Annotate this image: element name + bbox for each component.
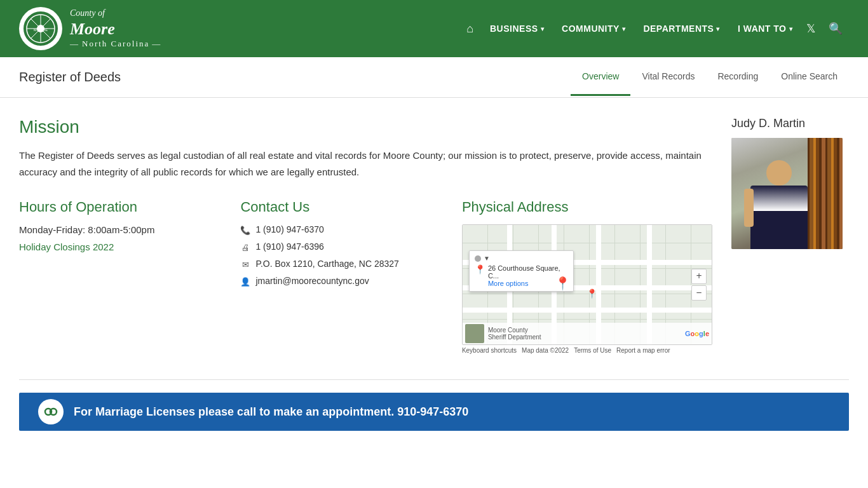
chevron-down-icon: ▾ [622,25,626,32]
state-label: North Carolina [70,39,161,49]
map-pin-icon: 📍 [475,264,485,274]
chevron-down-icon: ▾ [541,25,545,32]
svg-text:MOORE: MOORE [34,28,48,32]
twitter-icon[interactable]: 𝕏 [803,17,820,41]
logo-area: MOORE County of Moore North Carolina [19,7,161,50]
address-heading: Physical Address [462,199,712,215]
map-circle-icon [475,255,481,262]
map-thumbnail [465,324,484,343]
terms-of-use-link[interactable]: Terms of Use [574,347,611,354]
map-attribution: Moore CountySheriff Department [488,327,541,341]
contact-fax: 🖨 1 (910) 947-6396 [240,241,449,252]
section-divider [19,379,849,380]
chevron-down-icon: ▾ [789,25,793,32]
phone-icon: 📞 [240,226,250,235]
map-zoom-in-button[interactable]: + [691,269,707,284]
map-footer: Moore CountySheriff Department Google [463,323,712,344]
map-address-row: 📍 26 Courthouse Square, C... More option… [475,264,568,287]
content-right: Judy D. Martin [731,117,849,354]
hours-heading: Hours of Operation [19,199,227,215]
content-left: Mission The Register of Deeds serves as … [19,117,712,354]
left-arm [744,189,754,227]
address-section: Physical Address [462,199,712,354]
contact-heading: Contact Us [240,199,449,215]
map-marker-icon: 📍 [587,288,597,299]
chevron-down-icon: ▾ [716,25,720,32]
map-data-label: Map data ©2022 [522,347,569,354]
nav-business[interactable]: BUSINESS ▾ [482,18,552,39]
county-of-label: County of [70,8,161,19]
person-icon: 👤 [240,277,250,287]
map-footer-links: Keyboard shortcuts Map data ©2022 Terms … [462,347,712,354]
map-search-bar: ▼ [475,255,568,262]
marriage-license-banner: For Marriage Licenses please call to mak… [19,393,849,431]
sub-nav: Overview Vital Records Recording Online … [571,58,849,96]
report-map-error-link[interactable]: Report a map error [616,347,670,354]
map-zoom-out-button[interactable]: − [691,285,707,301]
county-name-label: Moore [70,19,161,39]
banner-icon [38,399,64,424]
person-photo [731,138,843,249]
tab-overview[interactable]: Overview [571,58,630,96]
holiday-closings-link[interactable]: Holiday Closings 2022 [19,241,114,252]
hours-section: Hours of Operation Monday-Friday: 8:00am… [19,199,227,354]
envelope-icon: ✉ [240,260,250,269]
body [750,186,808,249]
home-icon[interactable]: ⌂ [460,17,480,41]
contact-section: Contact Us 📞 1 (910) 947-6370 🖨 1 (910) … [240,199,449,354]
site-header: MOORE County of Moore North Carolina ⌂ B… [0,0,868,57]
tab-online-search[interactable]: Online Search [770,58,849,96]
contact-phone: 📞 1 (910) 947-6370 [240,224,449,235]
map-sheriff-label: Moore CountySheriff Department [488,327,541,341]
map-zoom-controls: + − [691,269,707,301]
contact-address: ✉ P.O. Box 1210, Carthage, NC 28327 [240,259,449,269]
tab-vital-records[interactable]: Vital Records [630,58,706,96]
map-container[interactable]: ▼ 📍 26 Courthouse Square, C... More opti… [462,224,712,345]
nav-i-want-to[interactable]: I WANT TO ▾ [730,18,800,39]
nav-departments[interactable]: DEPARTMENTS ▾ [635,18,728,39]
info-sections: Hours of Operation Monday-Friday: 8:00am… [19,199,712,354]
person-silhouette [744,154,814,249]
keyboard-shortcuts-link[interactable]: Keyboard shortcuts [462,347,517,354]
contact-email: 👤 jmartin@moorecountync.gov [240,276,449,287]
banner-text: For Marriage Licenses please call to mak… [74,405,468,419]
fax-icon: 🖨 [240,243,250,252]
map-marker-icon: 📍 [555,276,571,291]
tab-recording[interactable]: Recording [706,58,770,96]
page-title-bar: Register of Deeds Overview Vital Records… [0,57,868,98]
map-road [463,308,712,313]
mission-heading: Mission [19,117,712,137]
page-title: Register of Deeds [19,57,571,97]
county-seal-icon: MOORE [22,10,60,48]
main-content: Mission The Register of Deeds serves as … [0,98,868,367]
mission-text: The Register of Deeds serves as legal cu… [19,147,712,180]
main-nav: ⌂ BUSINESS ▾ COMMUNITY ▾ DEPARTMENTS ▾ I… [460,17,849,41]
head [766,160,792,186]
hours-schedule: Monday-Friday: 8:00am-5:00pm [19,224,227,235]
logo-image: MOORE [19,7,62,50]
nav-community[interactable]: COMMUNITY ▾ [554,18,633,39]
rings-icon [43,404,58,419]
search-icon[interactable]: 🔍 [822,17,849,41]
google-logo: Google [685,330,709,337]
person-name: Judy D. Martin [731,117,849,130]
logo-text: County of Moore North Carolina [70,8,161,49]
